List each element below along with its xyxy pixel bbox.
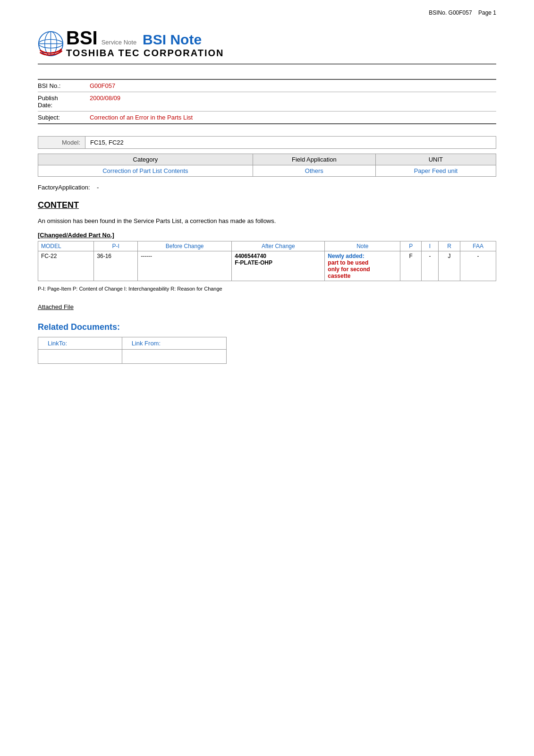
note-line4: cassette	[328, 273, 350, 279]
logo-area: BSI Service Note BSI Note TOSHIBA TEC CO…	[38, 28, 496, 65]
service-note-label: Service Note	[102, 39, 136, 46]
row-before: ------	[138, 251, 232, 281]
subject-row: Subject: Correction of an Error in the P…	[38, 112, 496, 123]
link-to-header: LinkTo:	[38, 337, 122, 350]
info-block: BSI No.: G00F057 PublishDate: 2000/08/09…	[38, 79, 496, 124]
row-pi: 36-16	[94, 251, 138, 281]
category-cell: Correction of Part List Contents	[38, 165, 253, 177]
note-line3: only for second	[328, 266, 370, 273]
related-documents-section: Related Documents: LinkTo: Link From:	[38, 322, 496, 364]
col-i: I	[421, 241, 438, 251]
subject-value: Correction of an Error in the Parts List	[90, 114, 193, 121]
legend-text: P-I: Page-Item P: Content of Change I: I…	[38, 286, 496, 292]
category-header: Category	[38, 154, 253, 165]
row-faa: -	[460, 251, 496, 281]
bsi-no-row: BSI No.: G00F057	[38, 80, 496, 92]
page-label: Page 1	[478, 9, 496, 16]
after-change-part-no: 4406544740 F-PLATE-OHP	[235, 253, 272, 266]
header-bsi-no: BSINo. G00F057 Page 1	[429, 9, 496, 16]
globe-icon	[38, 31, 64, 57]
attached-file-label[interactable]: Attached File	[38, 303, 74, 310]
factory-app-value: -	[97, 184, 99, 191]
related-docs-title: Related Documents:	[38, 322, 496, 332]
link-from-header: Link From:	[122, 337, 226, 350]
publish-date-label: PublishDate:	[38, 94, 90, 109]
bsi-no-field-value: G00F057	[90, 82, 115, 89]
row-r: J	[439, 251, 460, 281]
note-line1: Newly added:	[328, 253, 364, 259]
bsi-brand: BSI Service Note BSI Note TOSHIBA TEC CO…	[66, 28, 224, 59]
toshiba-tec-label: TOSHIBA TEC CORPORATION	[66, 48, 224, 59]
link-from-cell	[122, 350, 226, 364]
parts-table: MODEL P-I Before Change After Change Not…	[38, 241, 496, 281]
factory-app-label: FactoryApplication:	[38, 184, 90, 191]
row-p: F	[400, 251, 422, 281]
subject-label: Subject:	[38, 114, 90, 121]
row-i: -	[421, 251, 438, 281]
unit-header: UNIT	[375, 154, 496, 165]
field-app-cell: Others	[253, 165, 375, 177]
row-note: Newly added: part to be used only for se…	[325, 251, 400, 281]
row-after: 4406544740 F-PLATE-OHP	[232, 251, 325, 281]
publish-date-row: PublishDate: 2000/08/09	[38, 92, 496, 112]
bsi-note-title: BSI Note	[143, 32, 202, 48]
col-before: Before Change	[138, 241, 232, 251]
category-table: Category Field Application UNIT Correcti…	[38, 154, 496, 177]
field-app-header: Field Application	[253, 154, 375, 165]
publish-date-value: 2000/08/09	[90, 94, 120, 109]
model-label: Model:	[38, 137, 85, 149]
content-title: CONTENT	[38, 200, 496, 210]
content-section: CONTENT An omission has been found in th…	[38, 200, 496, 292]
col-pi: P-I	[94, 241, 138, 251]
link-to-cell	[38, 350, 122, 364]
bsi-no-field-label: BSI No.:	[38, 82, 90, 89]
related-table: LinkTo: Link From:	[38, 337, 227, 364]
content-description: An omission has been found in the Servic…	[38, 217, 496, 224]
related-table-row	[38, 350, 227, 364]
row-model: FC-22	[38, 251, 94, 281]
table-row: FC-22 36-16 ------ 4406544740 F-PLATE-OH…	[38, 251, 496, 281]
unit-cell: Paper Feed unit	[375, 165, 496, 177]
changed-part-label: [Changed/Added Part No.]	[38, 232, 496, 239]
col-model: MODEL	[38, 241, 94, 251]
factory-application: FactoryApplication: -	[38, 184, 496, 191]
col-p: P	[400, 241, 422, 251]
col-note: Note	[325, 241, 400, 251]
col-r: R	[439, 241, 460, 251]
category-row: Correction of Part List Contents Others …	[38, 165, 496, 177]
note-line2: part to be used	[328, 259, 368, 266]
model-table: Model: FC15, FC22	[38, 136, 496, 149]
attached-file-section: Attached File	[38, 303, 496, 310]
col-after: After Change	[232, 241, 325, 251]
bsi-no-label: BSINo. G00F057	[429, 9, 472, 16]
bsi-letter: BSI	[66, 28, 98, 47]
col-faa: FAA	[460, 241, 496, 251]
model-value: FC15, FC22	[85, 137, 496, 149]
